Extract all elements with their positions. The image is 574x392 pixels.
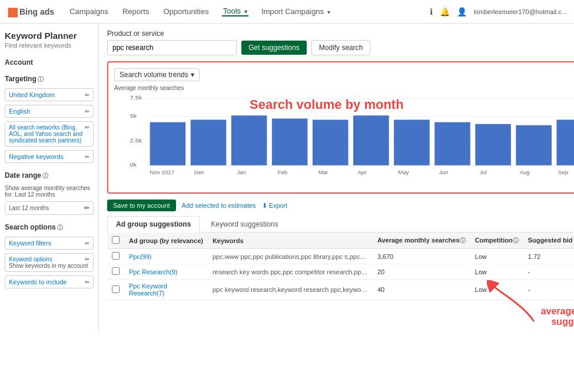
header-avg-monthly: Average monthly searchesⓘ [373,232,470,249]
row2-checkbox[interactable] [112,267,120,275]
targeting-negative-keywords[interactable]: Negative keywords ✏ [5,150,94,163]
competition-info-icon[interactable]: ⓘ [513,237,519,244]
search-input[interactable] [107,40,237,55]
svg-text:Dec: Dec [194,170,205,175]
networks-edit-icon[interactable]: ✏ [85,124,89,131]
modify-search-button[interactable]: Modify search [311,40,371,55]
search-row: Get suggestions Modify search [107,40,574,55]
svg-text:Nov 2017: Nov 2017 [150,170,174,175]
targeting-info-icon: ⓘ [38,76,44,82]
chart-y-label: Average monthly searches [114,85,574,91]
chart-container: 7.5k 5k 2.5k 0k [114,92,574,187]
bar-mar [313,119,349,165]
svg-text:Jul: Jul [480,170,487,175]
table-row: Ppc Research(9) research key words ppc,p… [107,264,574,280]
bar-may [394,119,430,165]
svg-text:Jun: Jun [439,170,448,175]
search-options-info-icon: ⓘ [57,224,63,231]
row2-bid: - [523,264,574,280]
keyword-filters[interactable]: Keyword filters ✏ [5,237,94,250]
nav-items: Campaigns Reports Opportunities Tools ▾ … [68,6,430,16]
bar-jan [231,115,267,165]
row3-adgroup-link[interactable]: Ppc Keyword Research(7) [129,283,167,297]
main-content: Product or service Get suggestions Modif… [99,24,574,333]
page-title: Keyword Planner [5,31,94,41]
bar-apr [353,115,389,165]
targeting-label: Targetingⓘ [5,75,94,84]
svg-text:Jan: Jan [237,170,246,175]
svg-text:Sep: Sep [558,170,568,175]
language-edit-icon[interactable]: ✏ [85,108,89,115]
tab-ad-group-suggestions[interactable]: Ad group suggestions [107,216,200,232]
date-info-icon: ⓘ [42,172,48,179]
bar-jun [434,122,470,165]
header-competition: Competitionⓘ [470,232,523,249]
targeting-language[interactable]: English ✏ [5,105,94,118]
row1-avg: 3,670 [373,249,470,264]
country-edit-icon[interactable]: ✏ [85,92,89,98]
get-suggestions-button[interactable]: Get suggestions [241,41,307,55]
add-to-estimates-button[interactable]: Add selected to estimates [182,202,256,209]
row1-adgroup-link[interactable]: Ppc(99) [129,253,152,260]
keyword-options[interactable]: Keyword options ✏ Show keywords in my ac… [5,253,94,272]
row3-avg: 40 [373,280,470,300]
nav-reports[interactable]: Reports [121,7,151,16]
date-edit-item[interactable]: Last 12 months ✏ [5,201,94,215]
negative-kw-edit-icon[interactable]: ✏ [85,154,89,160]
import-arrow: ▾ [326,9,330,15]
nav-right: ℹ 🔔 👤 kimberleemeier170@hotmail.c... [430,7,567,16]
row3-checkbox[interactable] [112,285,120,293]
date-range-label: Date rangeⓘ [5,171,94,180]
date-subtitle: Show average monthly searches for: Last … [5,185,94,198]
date-edit-icon[interactable]: ✏ [84,204,89,212]
row3-adgroup: Ppc Keyword Research(7) [124,280,208,300]
search-options-label: Search optionsⓘ [5,223,94,232]
row1-checkbox[interactable] [112,252,120,260]
export-button[interactable]: ⬇ Export [262,202,288,210]
svg-text:2.5k: 2.5k [130,137,143,143]
bar-nov [150,122,186,165]
tab-keyword-suggestions[interactable]: Keyword suggestions [202,216,287,232]
row1-bid: 1.72 [523,249,574,264]
nav-tools[interactable]: Tools ▾ [222,6,248,16]
bar-feb [272,118,308,165]
nav-import-campaigns[interactable]: Import Campaigns ▾ [260,7,331,16]
chart-dropdown[interactable]: Search volume trends ▾ [114,68,200,81]
svg-text:Aug: Aug [519,170,529,175]
targeting-country[interactable]: United Kingdom ✏ [5,88,94,101]
account-label: Account [5,58,94,67]
row2-competition: Low [470,264,523,280]
chart-dropdown-arrow: ▾ [191,71,194,79]
chart-svg: 7.5k 5k 2.5k 0k [114,92,574,187]
page-subtitle: Find relevant keywords [5,42,94,49]
bar-dec [191,119,227,165]
logo-text: Bing ads [19,7,54,16]
row1-adgroup: Ppc(99) [124,249,208,264]
info-icon[interactable]: ℹ [430,7,433,16]
targeting-networks[interactable]: All search networks (Bing, AOL, and Yaho… [5,121,94,147]
top-navigation: ▩ Bing ads Campaigns Reports Opportuniti… [0,0,574,24]
bar-jul [475,124,511,165]
kw-include-edit-icon[interactable]: ✏ [85,279,89,285]
targeting-section: Targetingⓘ United Kingdom ✏ English ✏ Al… [5,75,94,163]
row2-adgroup-link[interactable]: Ppc Research(9) [129,268,178,275]
nav-campaigns[interactable]: Campaigns [68,7,110,16]
svg-text:7.5k: 7.5k [130,95,143,101]
search-options-section: Search optionsⓘ Keyword filters ✏ Keywor… [5,223,94,288]
keyword-options-edit-icon[interactable]: ✏ [85,256,89,263]
keyword-filters-edit-icon[interactable]: ✏ [85,240,89,247]
nav-opportunities[interactable]: Opportunities [162,7,210,16]
header-adgroup: Ad group (by relevance) [124,232,208,249]
row2-check [107,264,124,280]
bell-icon[interactable]: 🔔 [440,7,450,16]
row1-check [107,249,124,264]
user-email: kimberleemeier170@hotmail.c... [474,8,567,15]
row2-adgroup: Ppc Research(9) [124,264,208,280]
avg-monthly-info-icon[interactable]: ⓘ [460,237,466,244]
save-to-account-button[interactable]: Save to my account [107,200,176,211]
table-row: Ppc(99) ppc,www ppc,ppc publications,ppc… [107,249,574,264]
keywords-to-include[interactable]: Keywords to include ✏ [5,275,94,288]
select-all-checkbox[interactable] [112,236,120,244]
person-icon[interactable]: 👤 [457,7,467,16]
account-section: Account [5,58,94,67]
